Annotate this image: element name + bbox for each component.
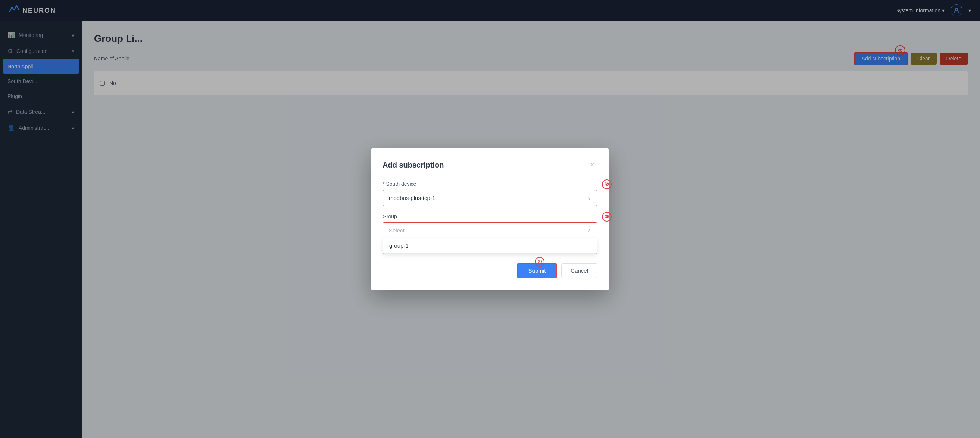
modal-close-button[interactable]: ×: [587, 160, 598, 170]
south-device-chevron: ∨: [587, 195, 591, 201]
step3-badge: ③: [602, 212, 612, 222]
group-section: Group Select ∧ group-1 ③: [382, 213, 598, 254]
add-subscription-modal: Add subscription × * South device modbus…: [371, 148, 609, 290]
group-select[interactable]: Select ∧: [383, 223, 597, 238]
south-device-label: * South device: [382, 181, 598, 187]
south-device-section: * South device modbus-plus-tcp-1 ∨ ②: [382, 181, 598, 206]
group-select-wrapper[interactable]: Select ∧ group-1: [382, 222, 598, 254]
south-device-select[interactable]: modbus-plus-tcp-1 ∨: [383, 190, 597, 206]
cancel-button[interactable]: Cancel: [561, 263, 598, 278]
group-chevron: ∧: [587, 227, 591, 233]
step4-badge: ④: [535, 257, 544, 267]
modal-title: Add subscription: [382, 161, 444, 169]
required-star: *: [382, 181, 384, 187]
south-device-select-wrapper[interactable]: modbus-plus-tcp-1 ∨: [382, 190, 598, 206]
step2-badge: ②: [602, 179, 612, 189]
modal-footer: ④ Submit Cancel: [382, 263, 598, 278]
group-option-1[interactable]: group-1: [383, 238, 597, 253]
group-dropdown: group-1: [383, 238, 597, 254]
modal-header: Add subscription ×: [382, 160, 598, 170]
group-label: Group: [382, 213, 598, 219]
modal-overlay: Add subscription × * South device modbus…: [0, 0, 980, 438]
